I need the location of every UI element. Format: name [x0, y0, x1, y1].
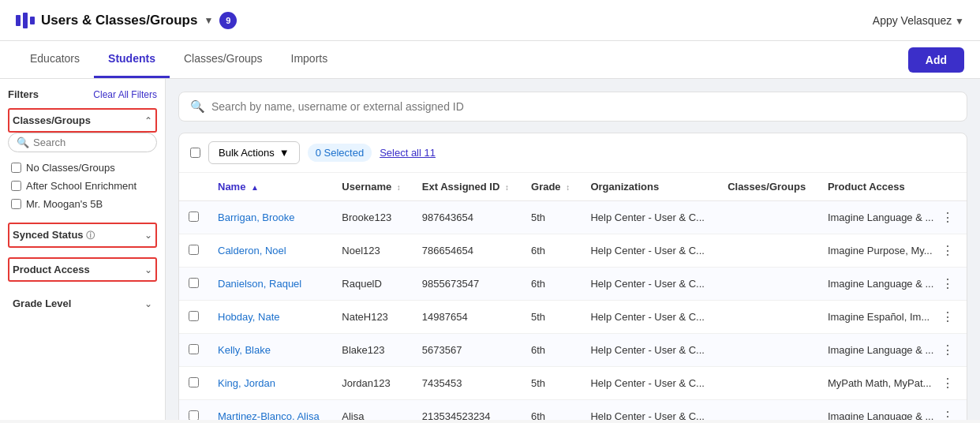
row-product: Imagine Language & ... ⋮ [818, 334, 967, 366]
content-area: 🔍 Bulk Actions ▼ 0 Selected Select all 1… [166, 79, 980, 420]
row-name[interactable]: Kelly, Blake [208, 334, 332, 367]
user-dropdown-arrow[interactable]: ▼ [955, 16, 964, 27]
classes-groups-search-input[interactable] [33, 137, 148, 148]
row-checkbox[interactable] [189, 377, 199, 387]
row-ext-id: 14987654 [413, 301, 522, 334]
row-more-button[interactable]: ⋮ [938, 374, 957, 392]
tab-students[interactable]: Students [94, 41, 170, 78]
filter-grade-level-chevron: ⌄ [144, 298, 152, 309]
row-classes [718, 268, 818, 301]
checkbox-after-school[interactable]: After School Enrichment [8, 177, 157, 195]
row-checkbox-cell [179, 268, 208, 301]
th-classes-groups: Classes/Groups [718, 173, 818, 201]
bulk-actions-label: Bulk Actions [219, 147, 275, 159]
tabs-row: Educators Students Classes/Groups Import… [0, 41, 980, 79]
row-checkbox[interactable] [189, 212, 199, 222]
row-name[interactable]: Martinez-Blanco, Alisa [208, 400, 332, 421]
row-name[interactable]: King, Jordan [208, 367, 332, 400]
filter-product-access-header[interactable]: Product Access ⌄ [8, 257, 157, 282]
row-checkbox-cell [179, 301, 208, 334]
row-more-button[interactable]: ⋮ [938, 308, 957, 326]
filter-classes-groups-header[interactable]: Classes/Groups ⌃ [8, 108, 157, 133]
select-all-checkbox[interactable] [190, 148, 200, 158]
user-menu[interactable]: Appy Velasquez ▼ [873, 14, 964, 27]
row-org: Help Center - User & C... [581, 400, 718, 421]
row-username: Jordan123 [332, 367, 413, 400]
table-row: Barrigan, Brooke Brooke123 987643654 5th… [179, 201, 967, 234]
row-product-text: Imagine Language & ... [828, 344, 933, 356]
row-more-button[interactable]: ⋮ [938, 208, 957, 226]
user-name[interactable]: Appy Velasquez [873, 14, 952, 27]
table-row: Kelly, Blake Blake123 5673567 6th Help C… [179, 334, 967, 367]
row-product-text: Imagine Language & ... [828, 410, 933, 420]
row-ext-id: 213534523234 [413, 400, 522, 421]
checkbox-no-classes-input[interactable] [11, 163, 21, 173]
filter-classes-groups: Classes/Groups ⌃ 🔍 No Classes/Groups Aft… [8, 108, 157, 213]
row-checkbox[interactable] [189, 410, 199, 421]
filter-synced-status-chevron: ⌄ [144, 230, 152, 241]
checkbox-mr-moogan[interactable]: Mr. Moogan's 5B [8, 195, 157, 213]
th-ext-id[interactable]: Ext Assigned ID ↕ [413, 173, 522, 201]
row-product: Imagine Español, Im... ⋮ [818, 301, 967, 333]
row-checkbox[interactable] [189, 311, 199, 321]
th-grade[interactable]: Grade ↕ [522, 173, 581, 201]
filter-product-access-label: Product Access [13, 264, 90, 275]
row-classes [718, 234, 818, 268]
checkbox-after-school-label: After School Enrichment [26, 180, 137, 192]
row-org: Help Center - User & C... [581, 334, 718, 367]
row-more-button[interactable]: ⋮ [938, 341, 957, 359]
checkbox-no-classes[interactable]: No Classes/Groups [8, 159, 157, 177]
row-more-button[interactable]: ⋮ [938, 241, 957, 260]
filter-classes-groups-label: Classes/Groups [13, 114, 91, 126]
main-search-bar: 🔍 [178, 92, 967, 122]
th-name[interactable]: Name ▲ [208, 173, 332, 201]
tabs: Educators Students Classes/Groups Import… [16, 41, 342, 78]
checkbox-mr-moogan-input[interactable] [11, 199, 21, 209]
tab-classes-groups[interactable]: Classes/Groups [170, 41, 277, 78]
selected-badge: 0 Selected [308, 144, 372, 162]
filter-grade-level-label: Grade Level [13, 298, 71, 309]
row-product-text: MyPath Math, MyPat... [828, 377, 932, 389]
row-checkbox[interactable] [189, 278, 199, 288]
sidebar-header: Filters Clear All Filters [8, 88, 157, 100]
row-checkbox[interactable] [189, 245, 199, 255]
row-org: Help Center - User & C... [581, 234, 718, 268]
table-row: Danielson, Raquel RaquelD 9855673547 6th… [179, 268, 967, 301]
th-name-label: Name [218, 181, 245, 193]
add-button[interactable]: Add [908, 47, 964, 73]
row-grade: 6th [522, 268, 581, 301]
tab-imports[interactable]: Imports [277, 41, 342, 78]
row-more-button[interactable]: ⋮ [938, 407, 957, 420]
th-ext-id-sort-icon: ↕ [505, 183, 509, 192]
clear-all-filters[interactable]: Clear All Filters [93, 89, 157, 100]
row-name[interactable]: Hobday, Nate [208, 301, 332, 334]
checkbox-after-school-input[interactable] [11, 181, 21, 191]
page-title: Users & Classes/Groups [41, 13, 197, 28]
select-all-link[interactable]: Select all 11 [380, 147, 436, 159]
row-product: Imagine Purpose, My... ⋮ [818, 234, 967, 267]
row-ext-id: 987643654 [413, 201, 522, 234]
row-grade: 5th [522, 367, 581, 400]
notification-badge[interactable]: 9 [219, 12, 237, 29]
page-title-dropdown[interactable]: ▼ [204, 15, 213, 26]
row-grade: 6th [522, 400, 581, 421]
main-search-input[interactable] [211, 95, 956, 118]
row-org: Help Center - User & C... [581, 301, 718, 334]
tab-educators[interactable]: Educators [16, 41, 94, 78]
row-checkbox[interactable] [189, 344, 199, 354]
filter-grade-level-header[interactable]: Grade Level ⌄ [8, 291, 157, 316]
bulk-actions-button[interactable]: Bulk Actions ▼ [208, 141, 300, 164]
row-more-button[interactable]: ⋮ [938, 275, 957, 293]
row-name[interactable]: Calderon, Noel [208, 234, 332, 268]
filter-synced-status-header[interactable]: Synced Status ⓘ ⌄ [8, 223, 157, 248]
row-product: Imagine Language & ... ⋮ [818, 201, 967, 234]
top-bar-left: Users & Classes/Groups ▼ 9 [16, 12, 237, 29]
row-grade: 6th [522, 234, 581, 268]
th-username[interactable]: Username ↕ [332, 173, 413, 201]
row-name[interactable]: Barrigan, Brooke [208, 201, 332, 234]
row-name[interactable]: Danielson, Raquel [208, 268, 332, 301]
th-username-sort-icon: ↕ [397, 183, 401, 192]
classes-groups-search-icon: 🔍 [17, 137, 29, 148]
row-checkbox-cell [179, 234, 208, 268]
row-grade: 6th [522, 334, 581, 367]
